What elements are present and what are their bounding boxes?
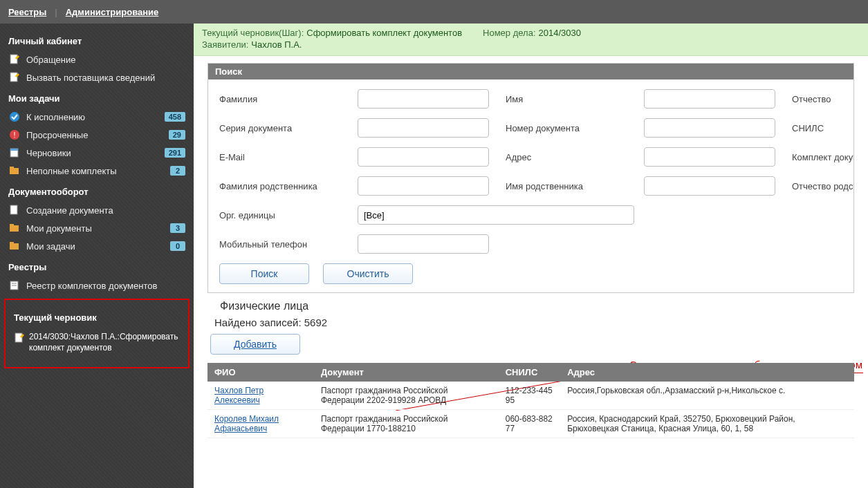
applicants-label: Заявители:: [202, 39, 248, 50]
sidebar-item-incomplete[interactable]: Неполные комплекты 2: [0, 162, 194, 180]
snils-cell: 112-233-445 95: [499, 382, 560, 410]
sidebar-item-my-docs[interactable]: Мои документы 3: [0, 219, 194, 237]
svg-rect-8: [10, 167, 14, 169]
section-docflow: Документооборот: [0, 180, 194, 201]
svg-text:!: !: [13, 131, 15, 139]
svg-rect-9: [10, 205, 17, 214]
surname-input[interactable]: [358, 89, 489, 109]
sidebar-item-label: Мои документы: [26, 223, 170, 234]
folder-tasks-icon: [8, 241, 21, 252]
nav-separator: |: [55, 7, 57, 17]
rel-surname-input[interactable]: [358, 176, 489, 196]
case-info-bar: Текущий черновик(Шаг): Сформировать комп…: [194, 24, 868, 56]
sidebar-item-todo[interactable]: К исполнению 458: [0, 108, 194, 126]
document-edit-icon: [8, 72, 21, 83]
results-title: Физические лица: [220, 300, 854, 312]
phone-input[interactable]: [358, 234, 489, 254]
person-link[interactable]: Королев Михаил Афанасьевич: [214, 414, 279, 433]
rel-name-label: Имя родственника: [506, 181, 644, 191]
patronymic-label: Отчество: [792, 94, 831, 104]
col-addr[interactable]: Адрес: [560, 363, 854, 382]
doc-number-label: Номер документа: [506, 123, 644, 133]
sidebar-item-my-tasks[interactable]: Мои задачи 0: [0, 237, 194, 255]
svg-point-2: [10, 112, 19, 122]
komplekt-label: Комплект докум: [792, 152, 853, 162]
main-content: Текущий черновик(Шаг): Сформировать комп…: [194, 24, 868, 488]
sidebar-item-label: Вызвать поставщика сведений: [26, 73, 185, 83]
warning-icon: !: [8, 129, 21, 140]
col-fio[interactable]: ФИО: [207, 363, 314, 382]
section-tasks: Мои задачи: [0, 86, 194, 108]
count-badge: 3: [170, 223, 185, 233]
count-badge: 291: [165, 148, 185, 158]
draft-icon: [8, 147, 21, 158]
sidebar-item-overdue[interactable]: ! Просроченные 29: [0, 126, 194, 144]
sidebar-item-label: Черновики: [26, 148, 165, 158]
document-edit-icon: [8, 54, 21, 65]
org-units-label: Орг. единицы: [219, 210, 358, 220]
nav-admin[interactable]: Администрирование: [66, 7, 159, 17]
svg-rect-10: [10, 225, 19, 232]
table-row: Королев Михаил Афанасьевич Паспорт гражд…: [207, 410, 854, 438]
top-nav: Реестры | Администрирование: [0, 0, 868, 24]
add-button[interactable]: Добавить: [210, 334, 300, 355]
email-label: E-Mail: [219, 152, 358, 162]
col-doc[interactable]: Документ: [314, 363, 499, 382]
section-cabinet: Личный кабинет: [0, 29, 194, 50]
results-table: ФИО Документ СНИЛС Адрес Чахлов Петр Але…: [207, 363, 854, 438]
nav-registries[interactable]: Реестры: [8, 7, 46, 17]
folder-warning-icon: [8, 165, 21, 176]
rel-patronymic-label: Отчество родст: [792, 181, 853, 191]
person-link[interactable]: Чахлов Петр Алексеевич: [214, 386, 264, 405]
rel-surname-label: Фамилия родственника: [219, 181, 358, 191]
sidebar-item-label: Мои задачи: [26, 241, 170, 252]
draft-item-text: 2014/3030:Чахлов П.А.:Сформировать компл…: [29, 331, 180, 353]
org-units-select[interactable]: [Все]: [358, 205, 634, 225]
case-number-label: Номер дела:: [483, 28, 535, 38]
sidebar-item-label: Неполные комплекты: [26, 166, 170, 176]
registry-icon: [8, 280, 21, 291]
section-current-draft: Текущий черновик: [10, 306, 184, 327]
section-registries: Реестры: [0, 255, 194, 276]
name-label: Имя: [506, 94, 644, 104]
count-badge: 0: [170, 241, 185, 251]
snils-cell: 060-683-882 77: [499, 410, 560, 438]
sidebar-item-registry-docs[interactable]: Реестр комплектов документов: [0, 276, 194, 294]
folder-icon: [8, 223, 21, 234]
address-input[interactable]: [644, 147, 775, 167]
step-label: Текущий черновик(Шаг):: [202, 28, 304, 38]
name-input[interactable]: [644, 89, 775, 109]
search-button[interactable]: Поиск: [219, 263, 309, 284]
sidebar-item-appeal[interactable]: Обращение: [0, 50, 194, 68]
sidebar-item-drafts[interactable]: Черновики 291: [0, 144, 194, 162]
count-badge: 29: [169, 130, 185, 140]
count-badge: 458: [165, 112, 185, 122]
snils-label: СНИЛС: [792, 123, 824, 133]
doc-number-input[interactable]: [644, 118, 775, 138]
current-draft-link[interactable]: 2014/3030:Чахлов П.А.:Сформировать компл…: [10, 327, 184, 357]
addr-cell: Россия,Горьковская обл.,Арзамасский р-н,…: [560, 382, 854, 410]
sidebar-item-label: Обращение: [26, 55, 185, 65]
rel-name-input[interactable]: [644, 176, 775, 196]
sidebar-item-label: Просроченные: [26, 130, 169, 140]
check-circle-icon: [8, 111, 21, 122]
col-snils[interactable]: СНИЛС: [499, 363, 560, 382]
search-panel-title: Поиск: [208, 64, 853, 79]
sidebar-item-label: Реестр комплектов документов: [26, 281, 185, 291]
doc-series-input[interactable]: [358, 118, 489, 138]
results-count: Найдено записей: 5692: [214, 317, 854, 328]
doc-cell: Паспорт гражданина Российской Федерации …: [314, 382, 499, 410]
sidebar: Личный кабинет Обращение Вызвать поставщ…: [0, 24, 194, 488]
email-input[interactable]: [358, 147, 489, 167]
phone-label: Мобильный телефон: [219, 239, 358, 250]
current-draft-box: Текущий черновик 2014/3030:Чахлов П.А.:С…: [4, 299, 190, 368]
clear-button[interactable]: Очистить: [323, 263, 413, 284]
count-badge: 2: [170, 166, 185, 176]
search-panel: Поиск Фамилия Имя Отчество Серия докумен…: [207, 63, 854, 293]
doc-series-label: Серия документа: [219, 123, 358, 133]
case-number-value: 2014/3030: [539, 28, 581, 38]
svg-rect-6: [10, 149, 18, 151]
sidebar-item-request-provider[interactable]: Вызвать поставщика сведений: [0, 68, 194, 86]
sidebar-item-create-doc[interactable]: Создание документа: [0, 201, 194, 219]
table-row: Чахлов Петр Алексеевич Паспорт гражданин…: [207, 382, 854, 410]
